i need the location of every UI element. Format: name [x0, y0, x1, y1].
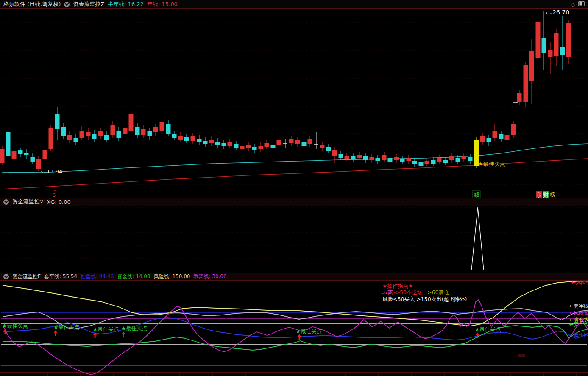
watermark-text: 榜 [549, 192, 555, 198]
candle-body [376, 158, 380, 161]
main-indicator-name[interactable]: 资金流监控Z [73, 0, 104, 8]
candle-body [55, 114, 60, 129]
candle-body [178, 136, 183, 140]
collapse-chevron-icon[interactable] [3, 274, 9, 279]
candle-body [456, 158, 460, 162]
candle-body [98, 131, 103, 136]
candle-body [437, 158, 442, 162]
candle-body [449, 156, 454, 160]
half-year-ma-value-label: 半年线: 16.22 [108, 0, 144, 8]
edge-line-label: ←风险警 [569, 310, 588, 316]
candle-body [363, 156, 368, 160]
price-high-label: 26.70 [552, 9, 569, 16]
year-ma-value-label: 年线: 15.00 [147, 0, 178, 8]
candle-body [74, 138, 78, 142]
buy-point-label: ★最佳买点 [53, 324, 79, 330]
candle-body [517, 93, 522, 102]
candle-body [351, 156, 356, 159]
candle-body [86, 132, 91, 136]
candle-body [493, 131, 497, 138]
artifact-blob [518, 354, 525, 357]
reduce-marker: 减 [474, 192, 479, 198]
candle-body [160, 122, 164, 131]
candle-body [12, 151, 17, 159]
candle-body [524, 65, 528, 102]
layout-icon[interactable] [578, 1, 585, 8]
candle-body [548, 50, 553, 57]
diamond-icon[interactable]: ◇ [571, 2, 575, 7]
trap-line-value-label: 套牢线: 55.54 [44, 273, 77, 280]
candle-body [234, 144, 239, 148]
candle-body [370, 157, 374, 160]
candle-body [382, 155, 387, 160]
series-risk-line [3, 281, 588, 326]
candle-body [480, 136, 485, 142]
candle-body [265, 143, 269, 147]
candle-body [542, 38, 546, 53]
guide-condition-line: 风险<50买入 >150卖出(起飞除外) [382, 296, 467, 302]
candle-body [6, 132, 11, 156]
edge-line-label: ←套牢线 [569, 303, 588, 309]
panel2-header-bar: 资金流监控2 XG: 0.00 [0, 198, 588, 206]
candle-body [289, 139, 294, 143]
watermark-text: 财 [543, 192, 549, 198]
candle-body [339, 154, 343, 158]
window-title: 格尔软件 (日线.前复权) [3, 0, 61, 8]
main-buy-point-label: ★最佳买点 [478, 161, 505, 167]
guide-condition-segment: >60满仓 [427, 289, 449, 295]
collapse-chevron-icon[interactable] [64, 2, 70, 7]
bias-line-value-label: 乖离线: 30.00 [193, 273, 226, 280]
candle-body [511, 124, 516, 135]
candle-body [111, 125, 115, 135]
candle-body [252, 147, 257, 150]
candle-body [209, 140, 214, 143]
candle-body [61, 127, 66, 136]
candle-body [295, 140, 300, 144]
candle-body [222, 143, 226, 146]
candle-body [43, 150, 47, 159]
panel3-indicator-name[interactable]: 资金流监控F [12, 273, 41, 280]
candle-body [197, 139, 202, 142]
candle-body [123, 128, 128, 134]
ma-half-year-line [2, 144, 588, 173]
candle-body [566, 23, 571, 57]
guide-title: ★操作指南★ [382, 283, 413, 289]
candle-body [320, 145, 325, 148]
candle-body [308, 139, 312, 144]
candle-body [215, 142, 220, 145]
candle-body [31, 157, 35, 162]
xg-value-label: XG: 0.00 [47, 199, 70, 205]
fund-line-value-label: 资金线: 14.00 [117, 273, 150, 280]
candle-body [560, 47, 565, 55]
candle-body [36, 159, 41, 169]
buy-arrow-icon [476, 332, 479, 338]
candle-body [468, 157, 473, 161]
high-annotation-arrow [546, 11, 552, 15]
candle-body [388, 158, 393, 162]
candle-body [67, 135, 72, 140]
candle-body [271, 145, 276, 148]
candle-body [332, 150, 337, 156]
candle-body [240, 146, 245, 149]
candle-body [117, 131, 121, 138]
candle-body [228, 142, 232, 146]
candle-body [104, 135, 109, 140]
candle-body [505, 135, 510, 140]
candle-body [431, 160, 436, 164]
candle-body [203, 141, 208, 144]
candle-body [487, 138, 491, 142]
candle-body [191, 136, 195, 141]
candle-body [400, 159, 405, 162]
buy-point-label: ★最佳买点 [475, 326, 501, 332]
candle-body [326, 147, 331, 151]
candle-body [92, 134, 97, 139]
collapse-chevron-icon[interactable] [3, 199, 9, 205]
buy-point-label: ★最佳买点 [2, 323, 28, 329]
xg-signal-line [1, 207, 588, 270]
guide-condition-segment: <-50不进场 [393, 289, 422, 295]
candle-body [394, 157, 399, 160]
panel2-indicator-name[interactable]: 资金流监控2 [12, 198, 43, 206]
candle-body [536, 22, 541, 58]
candle-body [141, 129, 146, 135]
candle-body [246, 145, 251, 148]
